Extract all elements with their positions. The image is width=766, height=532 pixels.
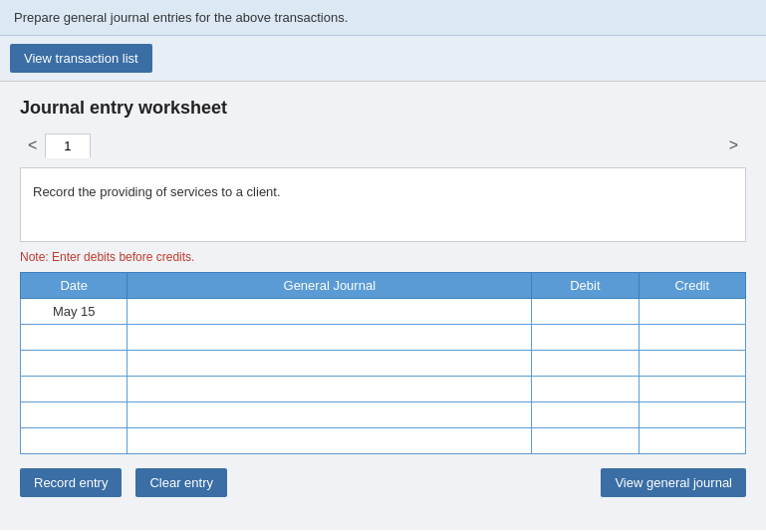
cell-debit[interactable] bbox=[532, 377, 638, 402]
journal-input[interactable] bbox=[131, 330, 527, 345]
journal-input[interactable] bbox=[131, 407, 527, 422]
cell-credit[interactable] bbox=[638, 325, 745, 351]
journal-input[interactable] bbox=[131, 356, 527, 371]
cell-credit[interactable] bbox=[638, 377, 745, 402]
tabs-row: < 1 > bbox=[20, 133, 746, 157]
debit-input[interactable] bbox=[536, 407, 634, 422]
journal-input[interactable] bbox=[131, 433, 527, 448]
journal-input[interactable] bbox=[131, 304, 527, 319]
cell-journal[interactable] bbox=[128, 428, 532, 454]
worksheet-title: Journal entry worksheet bbox=[20, 98, 746, 119]
description-text: Record the providing of services to a cl… bbox=[33, 184, 281, 199]
view-general-journal-button[interactable]: View general journal bbox=[601, 468, 746, 497]
col-header-credit: Credit bbox=[638, 273, 745, 299]
table-row bbox=[21, 325, 746, 351]
table-row bbox=[21, 377, 746, 402]
debit-input[interactable] bbox=[536, 382, 634, 397]
col-header-date: Date bbox=[21, 273, 128, 299]
cell-credit[interactable] bbox=[638, 428, 745, 454]
toolbar: View transaction list bbox=[0, 36, 766, 82]
record-entry-button[interactable]: Record entry bbox=[20, 468, 122, 497]
instruction-text: Prepare general journal entries for the … bbox=[14, 10, 348, 25]
credit-input[interactable] bbox=[643, 382, 741, 397]
main-content: Journal entry worksheet < 1 > Record the… bbox=[0, 82, 766, 530]
debit-input[interactable] bbox=[536, 304, 634, 319]
cell-credit[interactable] bbox=[638, 402, 745, 428]
tab-1[interactable]: 1 bbox=[45, 133, 90, 158]
credit-input[interactable] bbox=[643, 407, 741, 422]
cell-journal[interactable] bbox=[128, 351, 532, 377]
tab-next-button[interactable]: > bbox=[721, 133, 746, 157]
col-header-debit: Debit bbox=[532, 273, 638, 299]
credit-input[interactable] bbox=[643, 330, 741, 345]
debit-input[interactable] bbox=[536, 330, 634, 345]
cell-credit[interactable] bbox=[638, 299, 745, 325]
clear-entry-button[interactable]: Clear entry bbox=[135, 468, 227, 497]
cell-debit[interactable] bbox=[532, 299, 638, 325]
debit-input[interactable] bbox=[536, 356, 634, 371]
credit-input[interactable] bbox=[643, 356, 741, 371]
cell-journal[interactable] bbox=[128, 299, 532, 325]
cell-date bbox=[21, 377, 128, 402]
debit-input[interactable] bbox=[536, 433, 634, 448]
cell-debit[interactable] bbox=[532, 351, 638, 377]
cell-journal[interactable] bbox=[128, 402, 532, 428]
cell-debit[interactable] bbox=[532, 325, 638, 351]
cell-date: May 15 bbox=[21, 299, 128, 325]
view-transaction-list-button[interactable]: View transaction list bbox=[10, 44, 152, 73]
cell-journal[interactable] bbox=[128, 325, 532, 351]
tab-prev-button[interactable]: < bbox=[20, 133, 45, 157]
cell-date bbox=[21, 428, 128, 454]
cell-date bbox=[21, 402, 128, 428]
cell-debit[interactable] bbox=[532, 402, 638, 428]
cell-credit[interactable] bbox=[638, 351, 745, 377]
credit-input[interactable] bbox=[643, 433, 741, 448]
description-box: Record the providing of services to a cl… bbox=[20, 167, 746, 242]
journal-input[interactable] bbox=[131, 382, 527, 397]
cell-debit[interactable] bbox=[532, 428, 638, 454]
col-header-journal: General Journal bbox=[128, 273, 532, 299]
table-row: May 15 bbox=[21, 299, 746, 325]
cell-journal[interactable] bbox=[128, 377, 532, 402]
instruction-banner: Prepare general journal entries for the … bbox=[0, 0, 766, 36]
credit-input[interactable] bbox=[643, 304, 741, 319]
bottom-buttons: Record entry Clear entry View general jo… bbox=[20, 468, 746, 497]
table-row bbox=[21, 428, 746, 454]
note-text: Note: Enter debits before credits. bbox=[20, 250, 746, 264]
journal-table: Date General Journal Debit Credit May 15 bbox=[20, 272, 746, 454]
table-row bbox=[21, 402, 746, 428]
cell-date bbox=[21, 351, 128, 377]
cell-date bbox=[21, 325, 128, 351]
table-row bbox=[21, 351, 746, 377]
